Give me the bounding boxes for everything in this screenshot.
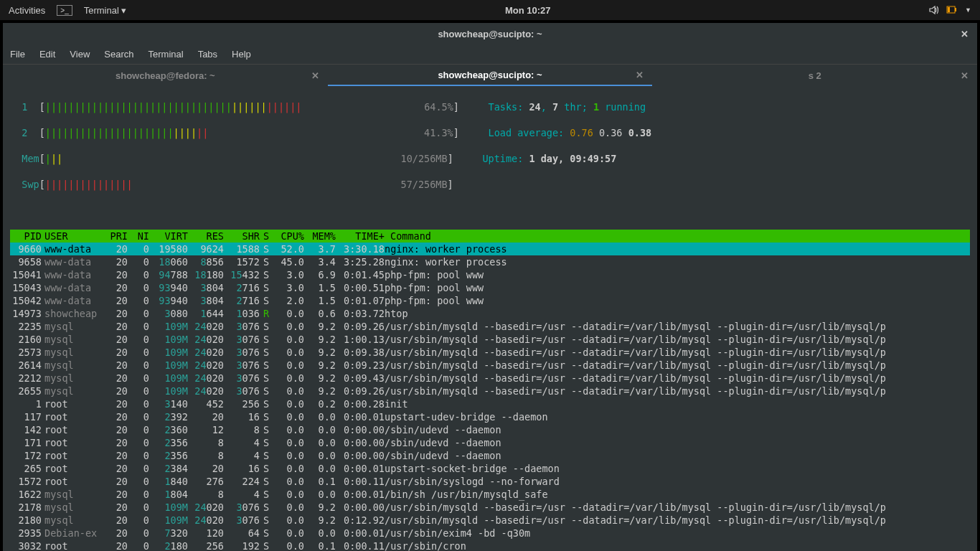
menu-tabs[interactable]: Tabs: [198, 49, 217, 60]
process-row[interactable]: 171root200235684S0.00.00:00.00/sbin/udev…: [10, 436, 970, 449]
process-row[interactable]: 1572root2001840276224S0.00.10:00.11/usr/…: [10, 475, 970, 488]
svg-rect-1: [955, 8, 956, 11]
process-row[interactable]: 265root20023842016S0.00.00:00.01upstart-…: [10, 462, 970, 475]
volume-icon[interactable]: [929, 5, 939, 15]
process-row[interactable]: 1622mysql200180484S0.00.00:00.01/bin/sh …: [10, 488, 970, 501]
process-row[interactable]: 142root2002360128S0.00.00:00.00/sbin/ude…: [10, 423, 970, 436]
process-row[interactable]: 2614mysql200109M240203076S0.09.20:09.23/…: [10, 359, 970, 372]
app-menu[interactable]: Terminal ▾: [84, 5, 127, 16]
process-row[interactable]: 9660www-data2001958096241588S52.03.73:30…: [10, 242, 970, 255]
process-row[interactable]: 2212mysql200109M240203076S0.09.20:09.43/…: [10, 372, 970, 385]
tab-1[interactable]: showcheap@sucipto: ~✕: [328, 65, 653, 86]
clock[interactable]: Mon 10:27: [126, 5, 929, 16]
menu-edit[interactable]: Edit: [39, 49, 55, 60]
process-row[interactable]: 2935Debian-ex200732012064S0.00.00:00.01/…: [10, 527, 970, 540]
process-row[interactable]: 2180mysql200109M240203076S0.09.20:12.92/…: [10, 514, 970, 527]
menubar: FileEditViewSearchTerminalTabsHelp: [3, 44, 977, 65]
process-row[interactable]: 2178mysql200109M240203076S0.09.20:00.00/…: [10, 501, 970, 514]
close-icon[interactable]: ✕: [961, 29, 969, 39]
activities-button[interactable]: Activities: [9, 5, 45, 16]
gnome-topbar: Activities >_ Terminal ▾ Mon 10:27 ▼: [0, 0, 980, 20]
menu-help[interactable]: Help: [232, 49, 251, 60]
terminal-content[interactable]: 1 [|||||||||||||||||||||||||||||||||||||…: [3, 86, 977, 551]
process-row[interactable]: 15042www-data2009394038042716S2.01.50:01…: [10, 294, 970, 307]
process-table: PIDUSERPRINIVIRTRESSHRSCPU%MEM%TIME+Comm…: [10, 230, 970, 551]
menu-file[interactable]: File: [10, 49, 25, 60]
cpu-bar-2: 2 [|||||||||||||||||||||||||||| 41.3%] L…: [10, 126, 970, 139]
process-row[interactable]: 9658www-data2001806088561572S45.03.43:25…: [10, 255, 970, 268]
tab-bar: showcheap@fedora: ~✕showcheap@sucipto: ~…: [3, 65, 977, 86]
tab-close-icon[interactable]: ✕: [961, 70, 969, 81]
tab-label: showcheap@fedora: ~: [116, 70, 215, 81]
window-title: showcheap@sucipto: ~: [438, 29, 542, 39]
window-titlebar: showcheap@sucipto: ~ ✕: [3, 23, 977, 44]
process-row[interactable]: 2573mysql200109M240203076S0.09.20:09.38/…: [10, 346, 970, 359]
process-row[interactable]: 117root20023922016S0.00.00:00.01upstart-…: [10, 410, 970, 423]
battery-icon[interactable]: [946, 5, 958, 15]
process-row[interactable]: 15043www-data2009394038042716S3.01.50:00…: [10, 281, 970, 294]
svg-rect-2: [948, 7, 950, 12]
menu-view[interactable]: View: [70, 49, 90, 60]
table-header[interactable]: PIDUSERPRINIVIRTRESSHRSCPU%MEM%TIME+Comm…: [10, 230, 970, 242]
swp-bar: Swp[||||||||||||||| 57/256MB]: [10, 178, 970, 191]
process-row[interactable]: 2655mysql200109M240203076S0.09.20:09.26/…: [10, 385, 970, 397]
process-row[interactable]: 14973showcheap200308016441036R0.00.60:03…: [10, 307, 970, 320]
process-row[interactable]: 3032root2002180256192S0.00.10:00.11/usr/…: [10, 540, 970, 551]
process-row[interactable]: 2235mysql200109M240203076S0.09.20:09.26/…: [10, 320, 970, 333]
process-row[interactable]: 2160mysql200109M240203076S0.09.21:00.13/…: [10, 333, 970, 346]
cpu-bar-1: 1 [|||||||||||||||||||||||||||||||||||||…: [10, 100, 970, 113]
tab-0[interactable]: showcheap@fedora: ~✕: [3, 65, 328, 86]
terminal-icon: >_: [57, 5, 72, 16]
menu-terminal[interactable]: Terminal: [149, 49, 184, 60]
tab-label: s 2: [809, 70, 821, 81]
mem-bar: Mem[||| 10/256MB] Uptime: 1 day, 09:49:5…: [10, 152, 970, 165]
process-row[interactable]: 1root2003140452256S0.00.20:00.28init: [10, 397, 970, 410]
tab-2[interactable]: s 2✕: [652, 65, 977, 86]
system-menu-arrow[interactable]: ▼: [965, 6, 971, 14]
process-row[interactable]: 15041www-data200947881818015432S3.06.90:…: [10, 268, 970, 281]
tab-close-icon[interactable]: ✕: [311, 70, 319, 81]
tab-close-icon[interactable]: ✕: [636, 70, 644, 80]
tab-label: showcheap@sucipto: ~: [438, 70, 542, 80]
menu-search[interactable]: Search: [104, 49, 133, 60]
process-row[interactable]: 172root200235684S0.00.00:00.00/sbin/udev…: [10, 449, 970, 462]
